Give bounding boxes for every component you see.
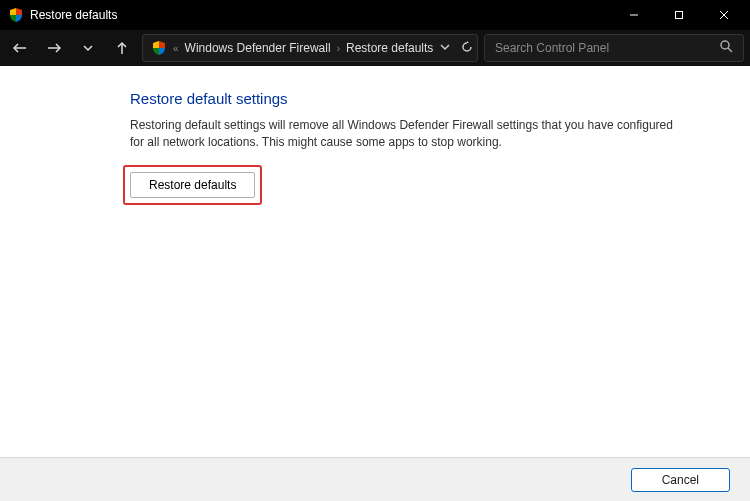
forward-button[interactable] [40, 34, 68, 62]
back-button[interactable] [6, 34, 34, 62]
close-button[interactable] [701, 0, 746, 30]
search-box[interactable] [484, 34, 744, 62]
minimize-button[interactable] [611, 0, 656, 30]
window-controls [611, 0, 746, 30]
page-title: Restore default settings [130, 90, 726, 107]
window-title: Restore defaults [30, 8, 117, 22]
breadcrumb-current[interactable]: Restore defaults [346, 41, 433, 55]
recent-locations-button[interactable] [74, 34, 102, 62]
page-description: Restoring default settings will remove a… [130, 117, 690, 152]
breadcrumb-root[interactable]: « [173, 43, 179, 54]
svg-line-8 [728, 48, 732, 52]
search-input[interactable] [495, 41, 720, 55]
nav-bar: « Windows Defender Firewall › Restore de… [0, 30, 750, 66]
up-button[interactable] [108, 34, 136, 62]
shield-icon [151, 40, 167, 56]
breadcrumb-parent[interactable]: Windows Defender Firewall [185, 41, 331, 55]
search-icon[interactable] [720, 40, 733, 56]
restore-defaults-button[interactable]: Restore defaults [130, 172, 255, 198]
footer-bar: Cancel [0, 457, 750, 501]
maximize-button[interactable] [656, 0, 701, 30]
refresh-icon[interactable] [461, 41, 473, 56]
chevron-down-icon[interactable] [439, 41, 451, 56]
address-bar[interactable]: « Windows Defender Firewall › Restore de… [142, 34, 478, 62]
title-bar: Restore defaults [0, 0, 750, 30]
svg-point-7 [721, 41, 729, 49]
breadcrumb-separator: › [337, 43, 340, 54]
svg-rect-1 [675, 12, 682, 19]
shield-icon [8, 7, 24, 23]
content-area: Restore default settings Restoring defau… [0, 66, 750, 457]
cancel-button[interactable]: Cancel [631, 468, 730, 492]
